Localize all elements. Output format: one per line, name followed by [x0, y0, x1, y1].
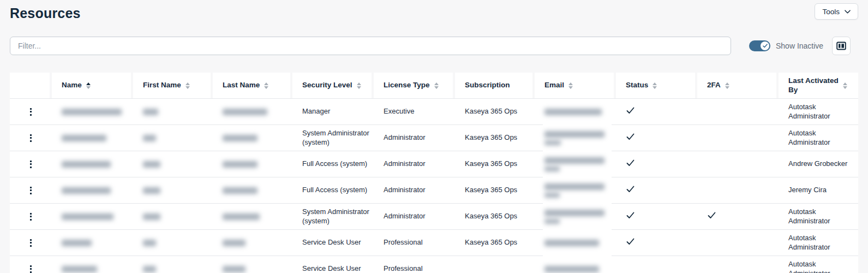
- cell-first-name: [133, 240, 213, 246]
- cell-last-name: [213, 266, 292, 272]
- kebab-menu-icon: [30, 189, 32, 191]
- redacted-text: [143, 187, 160, 194]
- row-actions-menu-button[interactable]: [27, 132, 34, 145]
- cell-subscription: Kaseya 365 Ops: [455, 133, 535, 143]
- show-inactive-toggle[interactable]: [749, 40, 770, 51]
- cell-last-activated-by: Autotask Administrator: [779, 129, 858, 147]
- column-header-email[interactable]: Email: [535, 73, 614, 98]
- kebab-menu-icon: [30, 134, 32, 136]
- column-header-subscription: Subscription: [455, 73, 532, 98]
- cell-subscription: Kaseya 365 Ops: [455, 212, 535, 221]
- column-header-last_activated_by[interactable]: Last Activated By: [779, 73, 858, 98]
- sort-asc-arrow: [86, 82, 91, 85]
- cell-last-name: [213, 240, 292, 246]
- kebab-menu-icon: [30, 245, 32, 247]
- sort-desc-arrow: [653, 86, 657, 89]
- redacted-text: [544, 131, 604, 138]
- column-header-label: First Name: [143, 81, 181, 90]
- cell-subscription: Kaseya 365 Ops: [455, 159, 535, 169]
- cell-subscription: Kaseya 365 Ops: [455, 238, 535, 247]
- sort-desc-arrow: [725, 86, 729, 89]
- cell-status: [616, 159, 697, 170]
- check-icon: [707, 211, 716, 219]
- kebab-menu-icon: [30, 213, 32, 215]
- cell-last-name: [213, 109, 292, 115]
- cell-actions: [10, 236, 52, 250]
- cell-email: [535, 109, 616, 115]
- sort-desc-arrow: [568, 86, 573, 89]
- column-header-status[interactable]: Status: [616, 73, 695, 98]
- cell-security-level: System Administrator (system): [292, 207, 374, 226]
- row-actions-menu-button[interactable]: [27, 184, 34, 197]
- cell-license-type: Administrator: [374, 212, 455, 221]
- page-title: Resources: [10, 5, 81, 21]
- cell-name: [52, 109, 133, 115]
- column-header-actions: [10, 73, 50, 98]
- column-header-label: Name: [62, 81, 82, 90]
- sort-arrows-icon: [434, 82, 439, 89]
- check-icon: [626, 211, 635, 219]
- cell-security-level: System Administrator (system): [292, 129, 374, 147]
- check-icon: [626, 185, 635, 193]
- column-header-twofa[interactable]: 2FA: [697, 73, 776, 98]
- cell-first-name: [133, 161, 213, 168]
- sort-desc-arrow: [434, 86, 439, 89]
- kebab-menu-icon: [30, 140, 32, 142]
- cell-security-level: Full Access (system): [292, 186, 374, 195]
- redacted-text: [143, 161, 160, 168]
- cell-last-activated-by: Autotask Administrator: [779, 234, 858, 252]
- redacted-text: [544, 183, 604, 190]
- cell-name: [52, 213, 133, 220]
- filter-input[interactable]: [10, 37, 731, 55]
- redacted-text: [223, 266, 246, 272]
- table-header-row: NameFirst NameLast NameSecurity LevelLic…: [10, 73, 858, 99]
- row-actions-menu-button[interactable]: [27, 105, 34, 118]
- column-header-label: Status: [626, 81, 648, 90]
- kebab-menu-icon: [30, 114, 32, 116]
- cell-last-activated-by: Andrew Grobecker: [779, 159, 858, 169]
- sort-desc-arrow: [86, 86, 91, 89]
- kebab-menu-icon: [30, 187, 32, 188]
- cell-name: [52, 266, 133, 272]
- sort-asc-arrow: [357, 82, 361, 85]
- column-header-label: Last Name: [223, 81, 260, 90]
- kebab-menu-icon: [30, 193, 32, 194]
- redacted-text: [143, 240, 156, 246]
- sort-desc-arrow: [264, 86, 268, 89]
- tools-button[interactable]: Tools: [815, 3, 858, 20]
- redacted-text: [62, 161, 111, 168]
- redacted-text: [544, 167, 560, 171]
- kebab-menu-icon: [30, 239, 32, 241]
- column-header-security_level[interactable]: Security Level: [292, 73, 372, 98]
- column-header-last_name[interactable]: Last Name: [213, 73, 290, 98]
- column-header-label: Security Level: [302, 81, 352, 90]
- kebab-menu-icon: [30, 167, 32, 168]
- kebab-menu-icon: [30, 163, 32, 165]
- cell-name: [52, 161, 133, 168]
- resources-table: NameFirst NameLast NameSecurity LevelLic…: [10, 73, 858, 273]
- kebab-menu-icon: [30, 161, 32, 162]
- sort-asc-arrow: [725, 82, 729, 85]
- row-actions-menu-button[interactable]: [27, 236, 34, 250]
- table-row: Full Access (system)AdministratorKaseya …: [10, 151, 858, 177]
- cell-subscription: Kaseya 365 Ops: [455, 107, 535, 116]
- cell-last-name: [213, 135, 292, 141]
- cell-actions: [10, 132, 52, 145]
- cell-first-name: [133, 213, 213, 220]
- column-header-license_type[interactable]: License Type: [374, 73, 453, 98]
- kebab-menu-icon: [30, 265, 32, 267]
- cell-license-type: Professional: [374, 238, 455, 247]
- cell-last-activated-by: Jeremy Cira: [779, 186, 858, 195]
- table-row: System Administrator (system)Administrat…: [10, 204, 858, 230]
- column-header-first_name[interactable]: First Name: [133, 73, 211, 98]
- column-header-name[interactable]: Name: [52, 73, 131, 98]
- row-actions-menu-button[interactable]: [27, 158, 34, 171]
- cell-actions: [10, 158, 52, 171]
- sort-arrows-icon: [185, 82, 190, 89]
- row-actions-menu-button[interactable]: [27, 263, 34, 273]
- check-icon: [626, 238, 635, 246]
- redacted-text: [223, 213, 260, 220]
- row-actions-menu-button[interactable]: [27, 210, 34, 223]
- column-chooser-button[interactable]: [832, 37, 851, 55]
- kebab-menu-icon: [30, 111, 32, 112]
